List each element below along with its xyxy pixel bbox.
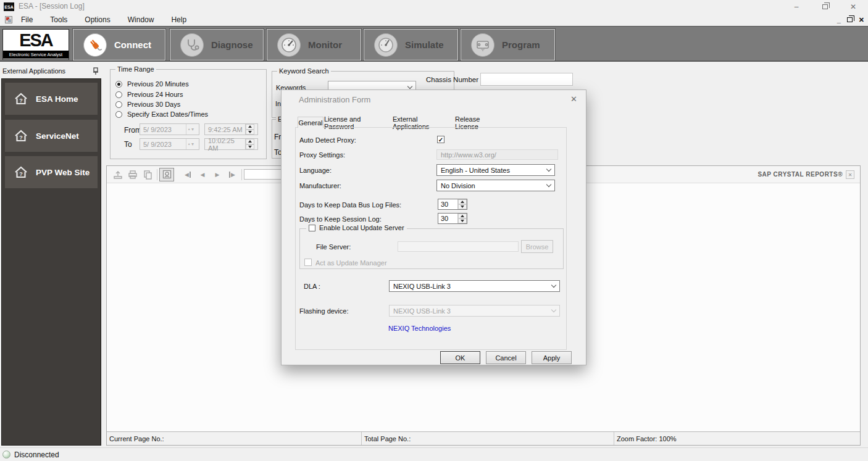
- time-range-group: Time Range Previous 20 Minutes Previous …: [110, 69, 267, 159]
- current-page-status: Current Page No.:: [107, 432, 362, 445]
- connect-button[interactable]: Connect: [73, 29, 165, 60]
- first-page-icon[interactable]: ◀: [180, 168, 195, 181]
- monitor-label: Monitor: [308, 39, 342, 50]
- ok-button[interactable]: OK: [440, 351, 480, 364]
- manufacturer-label: Manufacturer:: [299, 182, 341, 189]
- last-page-icon[interactable]: ▶: [225, 168, 240, 181]
- calendar-dropdown-icon: ▪ ▾: [186, 124, 196, 135]
- program-button[interactable]: Program: [461, 29, 555, 60]
- tab-release-license[interactable]: Release License: [455, 118, 502, 128]
- menu-help[interactable]: Help: [162, 14, 195, 26]
- mdi-close-icon[interactable]: ✕: [859, 16, 864, 24]
- auto-detect-proxy-checkbox[interactable]: ✓: [437, 136, 444, 143]
- radio-icon: [115, 101, 122, 108]
- enable-local-update-checkbox[interactable]: [309, 225, 315, 231]
- pin-icon[interactable]: [93, 67, 99, 75]
- next-page-icon[interactable]: ▶: [210, 168, 225, 181]
- sidebar-item-esa-home[interactable]: ? ESA Home: [5, 83, 98, 115]
- manufacturer-dropdown[interactable]: No Division: [436, 180, 555, 191]
- program-label: Program: [502, 39, 540, 50]
- restore-icon[interactable]: [815, 0, 835, 14]
- spinner-icon[interactable]: [457, 214, 467, 223]
- export-icon[interactable]: [111, 168, 125, 181]
- tab-external-applications[interactable]: External Applications: [393, 118, 449, 128]
- chassis-number-label: Chassis Number: [426, 76, 478, 83]
- apply-button[interactable]: Apply: [532, 351, 572, 364]
- radio-previous-20-minutes[interactable]: Previous 20 Minutes: [115, 80, 189, 88]
- file-server-field[interactable]: [398, 241, 519, 252]
- auto-detect-proxy-label: Auto Detect Proxy:: [299, 136, 356, 144]
- to-time-spinner[interactable]: 10:02:25 AM: [204, 138, 258, 150]
- window-title: ESA - [Session Log]: [19, 2, 85, 10]
- connection-status-icon: [2, 451, 10, 459]
- cancel-button[interactable]: Cancel: [486, 351, 526, 364]
- to-date-picker[interactable]: 5/ 9/2023 ▪ ▾: [140, 138, 199, 150]
- nexiq-technologies-link[interactable]: NEXIQ Technologies: [388, 325, 451, 332]
- menu-window[interactable]: Window: [119, 14, 163, 26]
- monitor-button[interactable]: Monitor: [267, 29, 361, 60]
- mdi-restore-icon[interactable]: [847, 17, 853, 22]
- chassis-number-input[interactable]: [480, 73, 573, 86]
- group-tree-toggle-icon[interactable]: [159, 168, 174, 181]
- home-icon: ?: [14, 92, 28, 106]
- menu-options[interactable]: Options: [76, 14, 119, 26]
- brand-close-icon[interactable]: ✕: [846, 170, 854, 179]
- minimize-icon[interactable]: –: [787, 0, 806, 14]
- copy-icon[interactable]: [140, 168, 155, 181]
- previous-page-icon[interactable]: ◀: [195, 168, 210, 181]
- diagnose-button[interactable]: Diagnose: [170, 29, 264, 60]
- chevron-down-icon: [546, 167, 551, 172]
- radio-specify-exact-dates[interactable]: Specify Exact Dates/Times: [115, 110, 208, 118]
- mdi-minimize-icon[interactable]: _: [837, 16, 841, 23]
- menu-file[interactable]: File: [12, 14, 41, 26]
- form-icon: [5, 16, 12, 23]
- dialog-close-icon[interactable]: ✕: [570, 94, 577, 104]
- days-session-label: Days to Keep Session Log:: [299, 215, 382, 223]
- from-date-picker[interactable]: 5/ 9/2023 ▪ ▾: [140, 123, 199, 135]
- radio-icon: [115, 111, 122, 118]
- tab-content: Auto Detect Proxy: ✓ Proxy Settings: htt…: [295, 127, 567, 350]
- tab-general[interactable]: General: [298, 117, 323, 128]
- svg-text:?: ?: [19, 98, 23, 104]
- menu-bar: File Tools Options Window Help: [0, 14, 868, 26]
- simulate-button[interactable]: Simulate: [364, 29, 458, 60]
- proxy-settings-field: http://www.w3.org/: [436, 149, 558, 160]
- zoom-factor-status: Zoom Factor: 100%: [614, 432, 860, 445]
- svg-text:?: ?: [19, 135, 23, 141]
- dialog-title: Administration Form: [299, 95, 370, 104]
- event-from-label: Fr: [274, 133, 281, 141]
- sidebar-item-pvp-web-site[interactable]: ? PVP Web Site: [5, 156, 98, 188]
- home-icon: ?: [14, 165, 28, 179]
- sidebar-item-servicenet[interactable]: ? ServiceNet: [5, 120, 98, 152]
- radio-previous-24-hours[interactable]: Previous 24 Hours: [115, 91, 183, 98]
- external-applications-header: External Applications: [0, 65, 102, 77]
- chevron-down-icon: [551, 307, 556, 312]
- close-icon[interactable]: ✕: [843, 0, 863, 14]
- svg-text:?: ?: [19, 171, 23, 177]
- print-icon[interactable]: [125, 168, 140, 181]
- crystal-reports-brand: SAP CRYSTAL REPORTS®: [757, 171, 843, 178]
- tab-license-and-password[interactable]: License and Password: [324, 118, 388, 128]
- from-time-spinner[interactable]: 9:42:25 AM: [204, 123, 258, 135]
- module-icon: [471, 33, 495, 57]
- radio-previous-30-days[interactable]: Previous 30 Days: [115, 101, 180, 108]
- language-label: Language:: [299, 167, 332, 174]
- days-session-spinner[interactable]: 30: [438, 213, 467, 224]
- spinner-icon[interactable]: [457, 199, 467, 209]
- stethoscope-icon: [180, 33, 204, 57]
- spinner-icon[interactable]: [245, 139, 254, 149]
- esa-logo-text: ESA: [3, 30, 69, 51]
- dla-label: DLA :: [304, 283, 320, 290]
- status-bar: Disconnected: [0, 447, 868, 461]
- browse-button: Browse: [521, 240, 553, 253]
- report-status-bar: Current Page No.: Total Page No.: Zoom F…: [107, 431, 860, 445]
- spinner-icon[interactable]: [245, 124, 254, 135]
- sidebar-item-label: PVP Web Site: [36, 168, 90, 177]
- enable-local-update-label: Enable Local Update Server: [319, 224, 404, 231]
- menu-tools[interactable]: Tools: [41, 14, 76, 26]
- esa-logo: ESA Electronic Service Analyst: [2, 29, 69, 60]
- days-databus-label: Days to Keep Data Bus Log Files:: [299, 201, 401, 209]
- days-databus-spinner[interactable]: 30: [438, 199, 467, 210]
- dla-dropdown[interactable]: NEXIQ USB-Link 3: [389, 280, 560, 292]
- language-dropdown[interactable]: English - United States: [436, 164, 555, 176]
